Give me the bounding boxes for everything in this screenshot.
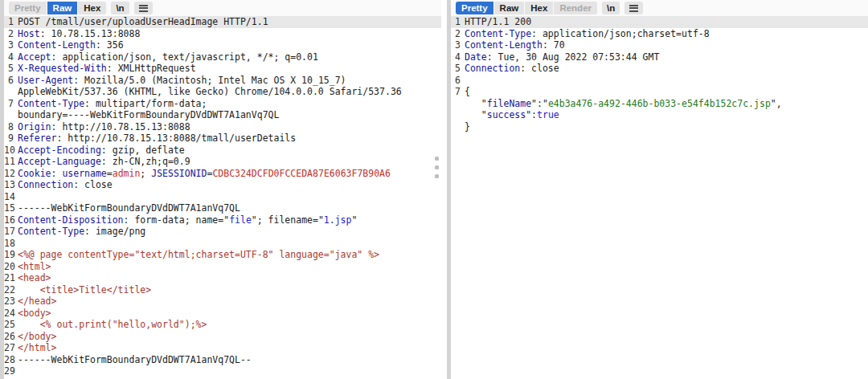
line-number: 22: [4, 284, 18, 296]
line-number: 11: [4, 156, 18, 168]
code-line: 25 <% out.print("hello,world");%>: [4, 319, 441, 331]
code-line: 24<body>: [4, 308, 441, 320]
request-panel-edge-strip: [0, 0, 4, 379]
code-line: 6User-Agent: Mozilla/5.0 (Macintosh; Int…: [4, 75, 441, 87]
request-editor[interactable]: 1POST /tmall/user/uploadUserHeadImage HT…: [0, 16, 441, 377]
line-number: 1: [4, 16, 18, 28]
code-line-text: "fileName":"e4b3a476-a492-446b-b033-e54f…: [465, 98, 782, 110]
line-number: 29: [4, 365, 18, 377]
code-line-text: <% out.print("hello,world");%>: [18, 319, 207, 331]
code-line-text: ------WebKitFormBoundaryDVdDWT7A1anVq7QL…: [18, 354, 252, 366]
line-number: 6: [451, 75, 465, 87]
line-number: [4, 109, 18, 121]
line-number: 7: [451, 86, 465, 98]
request-tab-group: PrettyRawHex: [9, 2, 106, 14]
code-line-text: </html>: [18, 342, 56, 354]
response-tab-raw[interactable]: Raw: [494, 2, 525, 14]
code-line-text: Date: Tue, 30 Aug 2022 07:53:44 GMT: [465, 51, 659, 63]
line-number: 8: [4, 121, 18, 133]
request-panel: PrettyRawHex \n 1POST /tmall/user/upload…: [0, 0, 441, 379]
code-line: 3Content-Length: 356: [4, 39, 441, 51]
line-number: 14: [4, 191, 18, 203]
code-line: 4Accept: application/json, text/javascri…: [4, 51, 441, 63]
code-line-text: User-Agent: Mozilla/5.0 (Macintosh; Inte…: [18, 75, 346, 87]
code-line: 22 <title>Title</title>: [4, 284, 441, 296]
code-line-text: Accept-Encoding: gzip, deflate: [18, 145, 185, 157]
line-number: 1: [451, 16, 465, 28]
drag-handle-dot-icon: [435, 165, 439, 169]
code-line: 7Content-Type: multipart/form-data;: [4, 98, 441, 110]
line-number: 13: [4, 179, 18, 191]
request-editor-menu-button[interactable]: [134, 2, 153, 14]
code-line: boundary=----WebKitFormBoundaryDVdDWT7A1…: [4, 109, 441, 121]
line-number: 7: [4, 98, 18, 110]
code-line: 5X-Requested-With: XMLHttpRequest: [4, 63, 441, 75]
line-number: 12: [4, 168, 18, 180]
code-line: 1POST /tmall/user/uploadUserHeadImage HT…: [0, 16, 441, 28]
request-tab-raw[interactable]: Raw: [47, 2, 78, 14]
response-tab-pretty[interactable]: Pretty: [456, 2, 493, 14]
code-line: 6: [451, 75, 868, 87]
hamburger-menu-icon: [629, 5, 638, 12]
code-line: 9Referer: http://10.78.15.13:8088/tmall/…: [4, 132, 441, 145]
code-line-text: Accept-Language: zh-CN,zh;q=0.9: [18, 156, 190, 168]
line-number: 2: [4, 28, 18, 40]
code-line: 2Host: 10.78.15.13:8088: [4, 28, 441, 40]
request-tab-hex[interactable]: Hex: [78, 2, 106, 14]
line-number: 3: [4, 39, 18, 51]
response-tab-hex[interactable]: Hex: [525, 2, 553, 14]
code-line: "fileName":"e4b3a476-a492-446b-b033-e54f…: [451, 98, 868, 110]
line-number: [451, 109, 465, 121]
drag-handle-dot-icon: [435, 174, 439, 178]
line-number: 18: [4, 238, 18, 250]
code-line: 5Connection: close: [451, 63, 868, 75]
line-number: [451, 98, 465, 110]
code-line-text: AppleWebKit/537.36 (KHTML, like Gecko) C…: [18, 86, 402, 98]
code-line: 17Content-Type: image/png: [4, 226, 441, 238]
hamburger-menu-icon: [139, 5, 148, 12]
response-editor-menu-button[interactable]: [624, 2, 643, 14]
code-line-text: Connection: close: [465, 63, 559, 75]
code-line: AppleWebKit/537.36 (KHTML, like Gecko) C…: [4, 86, 441, 98]
code-line: 14: [4, 191, 441, 203]
line-number: 28: [4, 354, 18, 366]
splitter-drag-handle[interactable]: [435, 157, 440, 183]
line-number: 6: [4, 75, 18, 87]
code-line: 8Origin: http://10.78.15.13:8088: [4, 121, 441, 133]
request-newline-toggle-button[interactable]: \n: [111, 2, 129, 14]
code-line-text: {: [465, 86, 470, 98]
code-line-text: </head>: [18, 295, 56, 308]
burp-message-editor: PrettyRawHex \n 1POST /tmall/user/upload…: [0, 0, 868, 379]
code-line: 29: [4, 365, 441, 377]
code-line: 26</body>: [4, 331, 441, 343]
line-number: 25: [4, 319, 18, 331]
line-number: 19: [4, 249, 18, 261]
response-tab-render: Render: [554, 2, 597, 14]
line-number: 24: [4, 308, 18, 320]
code-line-text: Content-Type: image/png: [18, 226, 145, 238]
code-line-text: </body>: [18, 331, 56, 343]
newline-label: \n: [116, 2, 124, 14]
code-line-text: Accept: application/json, text/javascrip…: [18, 51, 318, 63]
line-number: 5: [451, 63, 465, 75]
code-line-text: POST /tmall/user/uploadUserHeadImage HTT…: [18, 16, 268, 28]
line-number: 21: [4, 272, 18, 284]
code-line-text: Content-Length: 70: [465, 39, 565, 51]
line-number: 9: [4, 132, 18, 145]
code-line-text: X-Requested-With: XMLHttpRequest: [18, 63, 196, 75]
code-line-text: HTTP/1.1 200: [465, 16, 531, 28]
response-editor[interactable]: 1HTTP/1.1 2002Content-Type: application/…: [447, 16, 868, 132]
line-number: 20: [4, 261, 18, 273]
code-line-text: <body>: [18, 308, 51, 320]
code-line: 11Accept-Language: zh-CN,zh;q=0.9: [4, 156, 441, 168]
line-number: 23: [4, 295, 18, 308]
line-number: 16: [4, 214, 18, 226]
code-line: }: [451, 121, 868, 133]
response-newline-toggle-button[interactable]: \n: [602, 2, 620, 14]
code-line: "success":true: [451, 109, 868, 121]
line-number: 2: [451, 28, 465, 40]
code-line-text: <head>: [18, 272, 51, 284]
code-line-text: Referer: http://10.78.15.13:8088/tmall/u…: [18, 132, 296, 145]
code-line: 18: [4, 238, 441, 250]
drag-handle-dot-icon: [435, 157, 439, 161]
